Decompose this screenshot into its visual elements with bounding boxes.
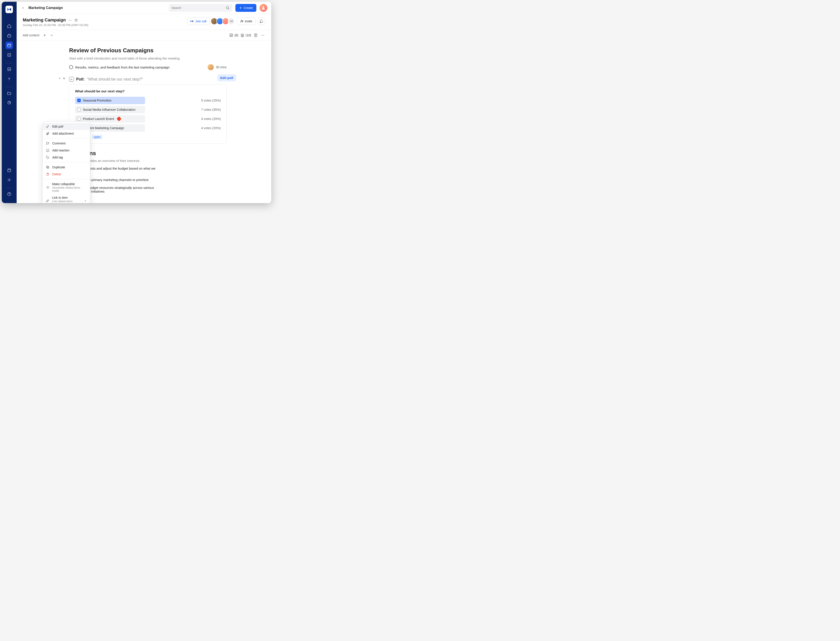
poll-icon [69,77,74,82]
ctx-link-item[interactable]: Link to item Link related items together [43,194,90,203]
pencil-icon [46,125,50,128]
poll-option-votes: 7 votes (35%) [201,108,221,111]
invite-button[interactable]: Invite [237,18,255,25]
overflow-icon[interactable] [260,33,265,38]
section-title: Review of Previous Campaigns [69,47,226,54]
breadcrumb-title[interactable]: Marketing Campaign [29,6,63,10]
svg-point-15 [262,35,262,35]
create-button[interactable]: Create [235,4,256,12]
store-icon[interactable] [5,166,13,174]
join-call-button[interactable]: Join call [187,18,210,25]
poll-checkbox[interactable] [77,99,81,102]
participant-avatars[interactable]: +4 [212,18,235,25]
ctx-make-collapsible[interactable]: Make collapsible Show/hide related items… [43,180,90,194]
briefcase-icon[interactable] [5,32,13,39]
user-icon [261,6,265,10]
edit-poll-pill[interactable]: Edit poll [217,74,236,81]
layers-count-label: (10) [246,34,251,37]
svg-point-9 [69,20,69,20]
task-icon [229,33,233,37]
star-icon[interactable] [74,18,78,22]
main-column: Marketing Campaign Create Marketing Camp… [17,2,271,203]
checkbox-icon[interactable] [5,51,13,59]
add-content-chevron-icon[interactable] [49,33,54,38]
poll-checkbox[interactable] [77,108,81,111]
poll-checkbox[interactable] [77,117,81,121]
ctx-label: Add reaction [52,148,69,152]
poll-option[interactable]: Seasonal Promotion 5 votes (25%) [75,97,221,104]
svg-point-17 [263,35,264,35]
adam-logo-icon [190,19,194,23]
assignee-avatar[interactable] [207,64,214,70]
folder-icon[interactable] [5,89,13,97]
ctx-add-attachment[interactable]: Add attachment [43,130,90,137]
copy-icon [46,166,50,169]
chart-icon[interactable] [5,65,13,73]
svg-point-10 [70,20,70,20]
add-content-label: Add content: [23,34,40,37]
task-duration: 30 mins [216,65,226,69]
svg-rect-0 [8,35,11,37]
avatar-overflow[interactable]: +4 [228,18,235,25]
home-icon[interactable] [5,23,13,30]
ctx-duplicate[interactable]: Duplicate [43,164,90,171]
invite-label: Invite [245,19,252,23]
ctx-divider [43,138,90,139]
breadcrumb-back-icon[interactable] [21,5,26,10]
ctx-label: Add tag [52,156,63,159]
help-icon[interactable] [5,190,13,198]
add-content-plus-icon[interactable] [42,33,47,38]
ctx-label: Delete [52,172,61,176]
svg-point-18 [47,149,49,151]
gear-icon[interactable] [5,176,13,184]
branch-icon[interactable] [5,75,13,82]
task-checkbox[interactable] [69,65,73,69]
ctx-comment[interactable]: Comment [43,140,90,147]
create-label: Create [244,6,253,10]
poll-status-chip: open [92,135,102,139]
block-add-icon[interactable] [58,77,61,80]
more-icon[interactable] [68,18,72,22]
ctx-label: Link to item [52,196,81,200]
svg-rect-20 [47,166,48,168]
notes-icon[interactable] [253,33,258,38]
reaction-badge-icon [116,116,121,121]
poll-option-label: Seasonal Promotion [83,99,112,102]
poll-option[interactable]: Product Launch Event 4 votes (20%) [75,115,221,122]
chat-icon[interactable] [258,18,265,25]
calendar-icon[interactable] [5,42,13,49]
task-row[interactable]: Results, metrics, and feedback from the … [69,64,226,70]
ctx-delete[interactable]: Delete [43,171,90,178]
link-icon [46,199,50,203]
profile-avatar[interactable] [259,4,267,12]
poll-header: Poll: "What should be our next step?" Ed… [69,77,226,82]
trash-icon [46,172,50,176]
poll-option-votes: 4 votes (20%) [201,117,221,121]
search-input[interactable] [172,6,224,10]
decisions-title: Decisions [69,150,226,157]
search-field[interactable] [169,4,232,12]
app-logo[interactable] [5,6,13,13]
search-icon [226,6,230,10]
poll-option-votes: 5 votes (25%) [201,99,221,102]
svg-point-8 [263,6,264,8]
poll-option[interactable]: Content Marketing Campaign 4 votes (20%) [75,124,221,132]
tasks-count[interactable]: (6) [229,33,238,37]
poll-option[interactable]: Social Media Influencer Collaboration 7 … [75,106,221,113]
ctx-divider [43,179,90,179]
svg-point-11 [71,20,71,20]
document-body[interactable]: Review of Previous Campaigns Start with … [17,40,271,203]
ctx-add-tag[interactable]: Add tag [43,154,90,161]
decisions-section: Decisions The seller provides an overvie… [69,150,226,193]
pie-icon[interactable] [5,99,13,106]
block-menu-icon[interactable] [63,77,66,80]
ctx-label: Comment [52,142,66,145]
ctx-edit-poll[interactable]: Edit poll [43,123,90,130]
task-label: Results, metrics, and feedback from the … [75,65,170,69]
ctx-label: Edit poll [52,125,63,128]
user-plus-icon [240,19,244,23]
poll-option-label: Product Launch Event [83,117,114,121]
ctx-add-reaction[interactable]: Add reaction [43,147,90,154]
layers-count[interactable]: (10) [240,33,251,37]
collapse-icon [46,185,50,189]
